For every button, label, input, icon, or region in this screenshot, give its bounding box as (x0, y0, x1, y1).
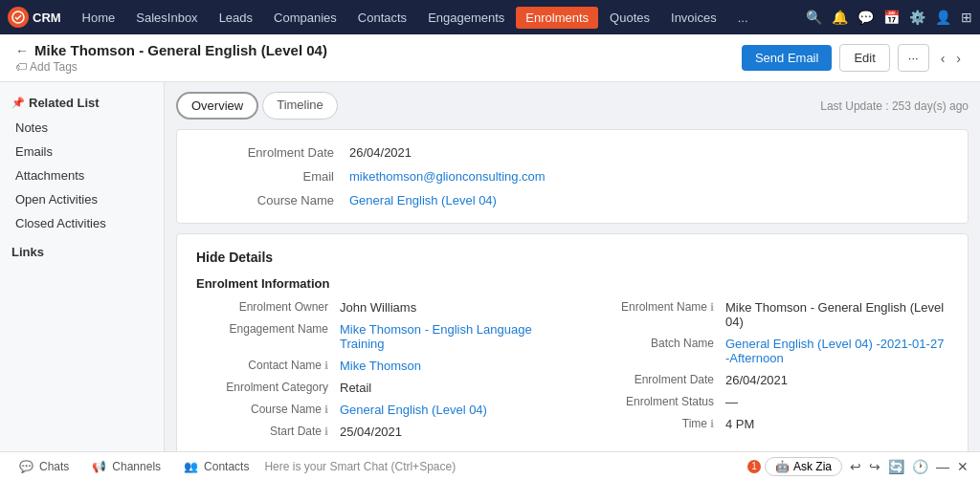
detail-row-contact-name: Contact Name ℹ Mike Thomson (196, 359, 563, 373)
contacts-icon: 👥 (184, 460, 198, 473)
nav-enrolments[interactable]: Enrolments (516, 7, 598, 29)
bell-icon[interactable]: 🔔 (832, 10, 848, 25)
nav-leads[interactable]: Leads (210, 7, 262, 29)
channels-icon: 📢 (92, 460, 106, 473)
detail-value-batch-name[interactable]: General English (Level 04) -2021-01-27 -… (725, 337, 948, 365)
sidebar-item-emails[interactable]: Emails (0, 140, 164, 164)
tabs-bar: Overview Timeline Last Update : 253 day(… (176, 92, 969, 120)
time-info-icon[interactable]: ℹ (710, 418, 714, 430)
add-tags[interactable]: 🏷 Add Tags (15, 60, 327, 74)
prev-record-button[interactable]: ‹ (937, 49, 949, 68)
add-tags-label: Add Tags (30, 60, 78, 74)
detail-value-enrolment-owner: John Williams (340, 300, 416, 315)
detail-label-enrolment-status: Enrolment Status (582, 395, 725, 408)
nav-engagements[interactable]: Engagements (418, 7, 514, 29)
zia-section: 1 🤖 Ask Zia (747, 457, 842, 476)
detail-row-enrolment-status: Enrolment Status — (582, 395, 948, 409)
sidebar-item-closed-activities[interactable]: Closed Activities (0, 211, 164, 235)
detail-value-start-date: 25/04/2021 (340, 425, 402, 439)
header-left: ← Mike Thomson - General English (Level … (15, 42, 327, 74)
logo-text: CRM (33, 11, 61, 25)
enrolment-info-section: Enrolment Information (196, 276, 948, 291)
nav-invoices[interactable]: Invoices (661, 7, 726, 29)
detail-value-enrolment-category: Retail (340, 381, 371, 395)
grid-icon[interactable]: ⊞ (961, 10, 972, 25)
detail-value-engagement-name[interactable]: Mike Thomson - English Language Training (340, 322, 563, 351)
chats-label: Chats (39, 460, 69, 473)
chats-icon: 💬 (19, 460, 33, 473)
zia-icon: 🤖 (775, 460, 790, 473)
detail-row-start-date: Start Date ℹ 25/04/2021 (196, 425, 563, 439)
contacts-section[interactable]: 👥 Contacts (176, 456, 256, 477)
channels-section[interactable]: 📢 Channels (84, 456, 168, 477)
summary-value-email[interactable]: mikethomson@glionconsulting.com (349, 169, 546, 184)
detail-value-time: 4 PM (725, 417, 754, 431)
summary-card: Enrolment Date 26/04/2021 Email mikethom… (176, 129, 969, 224)
summary-row-email: Email mikethomson@glionconsulting.com (196, 169, 948, 184)
record-nav-arrows: ‹ › (937, 49, 965, 68)
summary-row-course-name: Course Name General English (Level 04) (196, 193, 948, 207)
content-area: Overview Timeline Last Update : 253 day(… (165, 82, 980, 480)
enrolment-name-info-icon[interactable]: ℹ (710, 301, 714, 314)
detail-label-course-name: Course Name ℹ (196, 403, 340, 416)
sidebar-item-notes[interactable]: Notes (0, 116, 164, 140)
sidebar-related-list[interactable]: 📌 Related List (0, 90, 164, 116)
sidebar-item-open-activities[interactable]: Open Activities (0, 187, 164, 211)
nav-companies[interactable]: Companies (264, 7, 346, 29)
sidebar-item-attachments[interactable]: Attachments (0, 164, 164, 187)
detail-right-col: Enrolment Name ℹ Mike Thomson - General … (582, 300, 948, 447)
avatar[interactable]: 👤 (935, 10, 951, 25)
detail-label-enrolment-category: Enrolment Category (196, 381, 340, 394)
nav-items: Home SalesInbox Leads Companies Contacts… (73, 7, 802, 29)
nav-quotes[interactable]: Quotes (600, 7, 659, 29)
detail-value-enrolment-name: Mike Thomson - General English (Level 04… (725, 300, 948, 329)
detail-left-col: Enrolment Owner John Williams Engagement… (196, 300, 563, 447)
minimize-icon[interactable]: — (936, 459, 949, 474)
main-layout: 📌 Related List Notes Emails Attachments … (0, 82, 980, 480)
more-button[interactable]: ··· (898, 44, 929, 72)
reply-icon[interactable]: ↩ (850, 459, 861, 474)
detail-row-engagement-name: Engagement Name Mike Thomson - English L… (196, 322, 563, 351)
chat-icon[interactable]: 💬 (858, 10, 874, 25)
last-update: Last Update : 253 day(s) ago (820, 99, 969, 113)
search-icon[interactable]: 🔍 (806, 10, 822, 25)
detail-value-course-name[interactable]: General English (Level 04) (340, 403, 487, 417)
tab-overview[interactable]: Overview (176, 92, 258, 120)
start-date-info-icon[interactable]: ℹ (324, 425, 328, 438)
forward-icon[interactable]: ↪ (869, 459, 880, 474)
summary-value-enrolment-date: 26/04/2021 (349, 145, 412, 160)
summary-label-course-name: Course Name (196, 193, 349, 207)
calendar-icon[interactable]: 📅 (883, 10, 900, 25)
edit-button[interactable]: Edit (839, 44, 889, 72)
back-button[interactable]: ← (15, 43, 29, 58)
contacts-label: Contacts (204, 460, 249, 473)
detail-label-enrolment-date: Enrolment Date (582, 373, 725, 386)
contact-name-info-icon[interactable]: ℹ (324, 360, 328, 372)
refresh-icon[interactable]: 🔄 (888, 459, 904, 474)
nav-more[interactable]: ... (728, 7, 758, 29)
course-name-info-icon[interactable]: ℹ (324, 404, 328, 416)
summary-label-email: Email (196, 169, 349, 184)
hide-details-button[interactable]: Hide Details (196, 250, 948, 265)
chats-section[interactable]: 💬 Chats (11, 456, 77, 477)
send-email-button[interactable]: Send Email (742, 45, 832, 71)
related-list-label: Related List (29, 96, 100, 110)
detail-label-engagement-name: Engagement Name (196, 322, 340, 336)
nav-salesinbox[interactable]: SalesInbox (126, 7, 207, 29)
ask-zia-button[interactable]: 🤖 Ask Zia (765, 457, 842, 476)
close-icon[interactable]: ✕ (957, 459, 969, 474)
summary-value-course-name[interactable]: General English (Level 04) (349, 193, 497, 207)
settings-icon[interactable]: ⚙️ (909, 10, 925, 25)
detail-value-contact-name[interactable]: Mike Thomson (340, 359, 421, 373)
header-right: Send Email Edit ··· ‹ › (742, 44, 965, 72)
tab-timeline[interactable]: Timeline (262, 92, 338, 120)
zia-badge: 1 (747, 460, 761, 473)
logo-icon (8, 7, 29, 28)
next-record-button[interactable]: › (952, 49, 965, 68)
detail-grid: Enrolment Owner John Williams Engagement… (196, 300, 948, 447)
clock-icon[interactable]: 🕐 (912, 459, 928, 474)
sidebar: 📌 Related List Notes Emails Attachments … (0, 82, 165, 480)
detail-row-enrolment-owner: Enrolment Owner John Williams (196, 300, 563, 315)
nav-home[interactable]: Home (73, 7, 125, 29)
nav-contacts[interactable]: Contacts (348, 7, 416, 29)
